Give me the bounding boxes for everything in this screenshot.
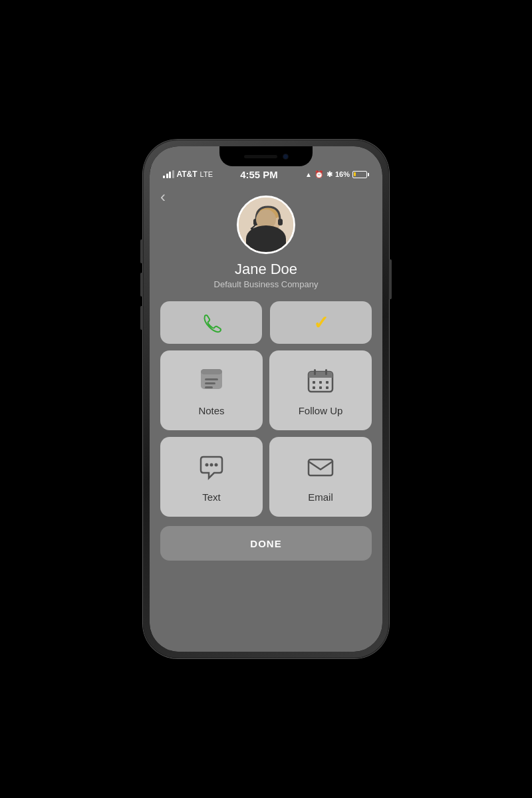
followup-button[interactable]: Follow Up [269, 350, 372, 430]
notes-icon [196, 365, 227, 400]
speaker-grille [244, 155, 277, 158]
done-label: DONE [250, 538, 281, 549]
svg-rect-2 [264, 229, 272, 239]
svg-rect-23 [313, 386, 315, 389]
message-icon [196, 452, 227, 486]
top-notch-wrapper [150, 146, 382, 166]
svg-rect-18 [314, 369, 316, 375]
action-row: ✓ [160, 301, 372, 344]
alarm-icon: ⏰ [315, 170, 324, 179]
calendar-icon [305, 365, 336, 400]
contact-name: Jane Doe [235, 261, 297, 278]
screen: AT&T LTE 4:55 PM ▲ ⏰ ✱ 16% [150, 146, 382, 652]
svg-rect-21 [319, 381, 322, 384]
location-icon: ▲ [305, 171, 312, 178]
svg-rect-24 [319, 386, 322, 389]
notch-cutout [219, 146, 313, 166]
email-button[interactable]: Email [269, 437, 372, 517]
battery-indicator [352, 171, 369, 178]
svg-point-27 [210, 463, 213, 466]
svg-rect-13 [205, 382, 215, 384]
avatar [237, 196, 295, 254]
bluetooth-icon: ✱ [327, 170, 332, 179]
network-label: LTE [200, 170, 213, 178]
notes-button[interactable]: Notes [160, 350, 263, 430]
email-label: Email [308, 491, 333, 503]
svg-rect-17 [309, 376, 332, 378]
front-camera [283, 154, 289, 160]
carrier-label: AT&T [177, 170, 198, 179]
svg-point-8 [263, 221, 266, 225]
contact-company: Default Business Company [214, 279, 319, 289]
signal-bars [163, 170, 174, 178]
phone-icon [200, 311, 223, 334]
svg-point-1 [245, 239, 291, 252]
checkmark-icon: ✓ [313, 312, 329, 334]
done-button[interactable]: DONE [160, 526, 372, 561]
phone-frame: AT&T LTE 4:55 PM ▲ ⏰ ✱ 16% [143, 140, 389, 658]
phone-inner: AT&T LTE 4:55 PM ▲ ⏰ ✱ 16% [150, 146, 382, 652]
svg-point-26 [205, 463, 209, 466]
notes-label: Notes [198, 405, 224, 416]
text-label: Text [202, 491, 221, 503]
svg-rect-19 [325, 369, 327, 375]
battery-percent: 16% [335, 170, 350, 178]
email-icon [305, 452, 336, 486]
text-button[interactable]: Text [160, 437, 263, 517]
call-button[interactable] [160, 301, 262, 344]
svg-rect-14 [205, 386, 213, 388]
status-left: AT&T LTE [163, 170, 213, 179]
svg-rect-29 [309, 460, 332, 475]
svg-point-7 [251, 227, 253, 230]
back-button[interactable]: ‹ [160, 188, 166, 206]
action-grid: Notes [160, 350, 372, 517]
svg-rect-25 [326, 386, 329, 389]
status-bar: AT&T LTE 4:55 PM ▲ ⏰ ✱ 16% [150, 166, 382, 182]
svg-rect-0 [239, 198, 293, 252]
check-button[interactable]: ✓ [270, 301, 372, 344]
status-right: ▲ ⏰ ✱ 16% [305, 170, 369, 179]
svg-rect-20 [313, 381, 315, 384]
svg-rect-6 [278, 219, 283, 225]
svg-rect-11 [201, 369, 222, 374]
followup-label: Follow Up [299, 405, 343, 416]
status-time: 4:55 PM [240, 169, 278, 180]
main-content: ‹ [150, 182, 382, 652]
svg-rect-22 [326, 381, 329, 384]
svg-point-28 [215, 463, 218, 466]
svg-rect-12 [205, 378, 218, 380]
svg-point-9 [271, 221, 274, 225]
